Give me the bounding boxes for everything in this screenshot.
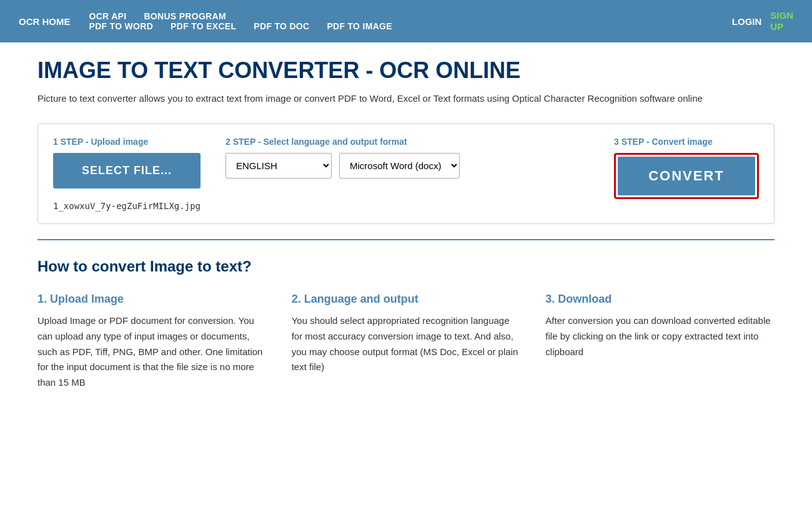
section-divider <box>37 239 775 240</box>
main-content: IMAGE TO TEXT CONVERTER - OCR ONLINE Pic… <box>19 42 793 391</box>
nav-bonus-program[interactable]: BONUS PROGRAM <box>144 11 225 21</box>
step2-label: 2 STEP - Select language and output form… <box>225 137 589 147</box>
how-to-title: How to convert Image to text? <box>37 258 775 275</box>
nav-logo[interactable]: OCR HOME <box>19 0 71 42</box>
nav-pdf-to-excel[interactable]: PDF TO EXCEL <box>171 21 236 31</box>
how-to-col-1: 1. Upload Image Upload Image or PDF docu… <box>37 293 267 391</box>
page-title: IMAGE TO TEXT CONVERTER - OCR ONLINE <box>37 57 775 84</box>
how-to-col-3: 3. Download After conversion you can dow… <box>545 293 775 391</box>
language-select[interactable]: ENGLISH FRENCH GERMAN SPANISH <box>225 153 332 178</box>
nav-ocr-api[interactable]: OCR API <box>89 11 127 21</box>
nav-pdf-to-word[interactable]: PDF TO WORD <box>89 21 154 31</box>
col3-title: 3. Download <box>545 293 775 306</box>
col2-title: 2. Language and output <box>292 293 521 306</box>
step1-label: 1 STEP - Upload image <box>53 137 201 147</box>
how-to-col-2: 2. Language and output You should select… <box>292 293 521 391</box>
nav-auth: LOGIN SIGNUP <box>732 0 793 42</box>
col1-title: 1. Upload Image <box>37 293 267 306</box>
step2-selects: ENGLISH FRENCH GERMAN SPANISH Microsoft … <box>225 153 589 178</box>
nav-links: OCR API BONUS PROGRAM PDF TO WORD PDF TO… <box>89 0 732 42</box>
page-description: Picture to text converter allows you to … <box>37 91 775 106</box>
nav-row-2: PDF TO WORD PDF TO EXCEL PDF TO DOC PDF … <box>89 21 732 31</box>
how-to-grid: 1. Upload Image Upload Image or PDF docu… <box>37 293 775 391</box>
format-select[interactable]: Microsoft Word (docx) Microsoft Excel (x… <box>339 153 460 178</box>
step3-label: 3 STEP - Convert image <box>614 137 713 147</box>
convert-button[interactable]: CONVERT <box>618 157 755 195</box>
filename-display: 1_xowxuV_7y-egZuFirMILXg.jpg <box>53 201 201 211</box>
step3-block: 3 STEP - Convert image CONVERT <box>614 137 759 199</box>
navbar: OCR HOME OCR API BONUS PROGRAM PDF TO WO… <box>0 0 812 42</box>
col2-text: You should select appropriated recogniti… <box>292 313 521 375</box>
signup-link[interactable]: SIGNUP <box>770 10 793 32</box>
select-file-button[interactable]: SELECT FILE... <box>53 153 201 188</box>
convert-btn-wrapper: CONVERT <box>614 153 759 199</box>
nav-pdf-to-image[interactable]: PDF TO IMAGE <box>327 21 392 31</box>
nav-pdf-to-doc[interactable]: PDF TO DOC <box>254 21 309 31</box>
step1-block: 1 STEP - Upload image SELECT FILE... 1_x… <box>53 137 201 211</box>
col3-text: After conversion you can download conver… <box>545 313 775 359</box>
login-link[interactable]: LOGIN <box>732 16 762 27</box>
steps-container: 1 STEP - Upload image SELECT FILE... 1_x… <box>37 124 775 224</box>
step2-block: 2 STEP - Select language and output form… <box>225 137 589 178</box>
col1-text: Upload Image or PDF document for convers… <box>37 313 267 391</box>
nav-row-1: OCR API BONUS PROGRAM <box>89 11 732 21</box>
